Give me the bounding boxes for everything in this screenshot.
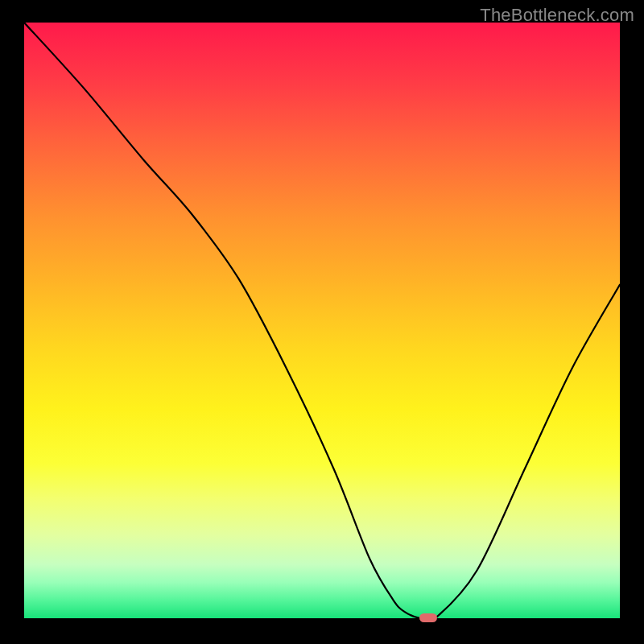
chart-container: TheBottleneck.com [0,0,644,644]
bottleneck-curve [24,23,620,618]
optimal-point-marker [419,613,437,622]
plot-area [24,23,620,618]
watermark-text: TheBottleneck.com [480,5,634,26]
